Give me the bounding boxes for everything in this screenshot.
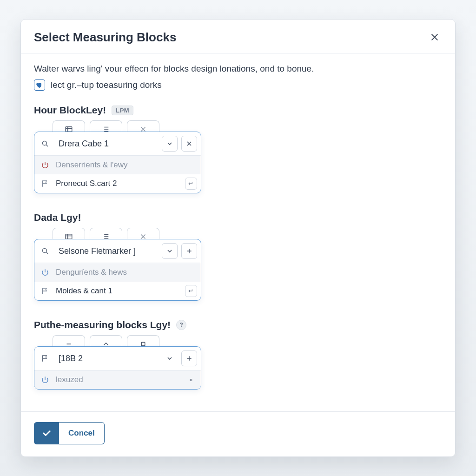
section-head: Puthe-measuring blocks Lgy! ? xyxy=(34,319,442,331)
count-icon: ∘ xyxy=(185,374,197,386)
list-item-label: lexuzed xyxy=(56,375,181,384)
select-measuring-blocks-modal: Select Measuring Blocks Walter warvs lin… xyxy=(20,19,456,457)
check-icon xyxy=(41,428,52,438)
modal-title: Select Measuring Blocks xyxy=(34,30,176,45)
modal-header: Select Measuring Blocks xyxy=(21,20,455,53)
close-icon xyxy=(430,33,439,42)
info-icon[interactable]: ? xyxy=(176,320,186,330)
picker-selected-value[interactable]: Drera Cabe 1 xyxy=(56,135,158,152)
block-picker: [18B 2 lexuzed ∘ xyxy=(34,346,201,390)
section-head: Dada Lgy! xyxy=(34,212,442,223)
search-icon xyxy=(38,135,52,152)
picker-list: lexuzed ∘ xyxy=(34,370,201,389)
group-option-checkbox[interactable] xyxy=(34,79,45,91)
section-head: Hour BlockLey! LPM xyxy=(34,105,442,116)
picker-selected-value[interactable]: [18B 2 xyxy=(56,350,158,367)
list-item[interactable]: Moldes & cant 1 xyxy=(34,282,201,300)
picker-top-row: Selsone Fletmarker ] xyxy=(34,239,201,263)
search-icon xyxy=(38,242,52,260)
section-puthe-measuring: Puthe-measuring blocks Lgy! ? [18B 2 xyxy=(34,319,442,390)
heart-check-icon xyxy=(36,81,43,89)
cancel-button[interactable]: Concel xyxy=(59,422,105,444)
group-option-row: lect gr.–tup toeasuring dorks xyxy=(34,79,442,91)
picker-top-row: [18B 2 xyxy=(34,347,201,370)
chevron-down-icon xyxy=(166,355,173,362)
svg-rect-2 xyxy=(66,234,72,239)
group-option-label: lect gr.–tup toeasuring dorks xyxy=(51,80,162,90)
dropdown-toggle[interactable] xyxy=(162,350,178,366)
section-dada: Dada Lgy! Selsone Fletmarker ] xyxy=(34,212,442,301)
power-icon xyxy=(38,376,52,384)
add-button[interactable] xyxy=(181,350,197,366)
flag-icon xyxy=(38,179,52,188)
remove-button[interactable] xyxy=(181,136,197,152)
chevron-down-icon xyxy=(166,247,173,255)
confirm-button[interactable] xyxy=(34,422,59,444)
plus-icon xyxy=(185,247,193,255)
svg-rect-0 xyxy=(66,126,72,132)
modal-footer: Concel xyxy=(21,411,455,456)
list-item-label: Denserrients & l'ewy xyxy=(56,160,197,170)
flag-icon xyxy=(38,287,52,295)
list-item-label: Moldes & cant 1 xyxy=(56,286,181,296)
power-icon xyxy=(38,268,52,277)
list-item-label: Denguríents & hews xyxy=(56,268,197,277)
list-item-label: Pronecut S.cart 2 xyxy=(56,179,181,188)
block-picker: Selsone Fletmarker ] Denguríents & hews … xyxy=(34,239,201,301)
section-badge: LPM xyxy=(112,106,133,115)
svg-rect-4 xyxy=(141,342,145,346)
list-item[interactable]: Pronecut S.cart 2 xyxy=(34,174,201,193)
plus-icon xyxy=(185,355,193,362)
modal-backdrop: Select Measuring Blocks Walter warvs lin… xyxy=(0,0,476,476)
section-title: Puthe-measuring blocks Lgy! xyxy=(34,319,171,331)
block-picker: Drera Cabe 1 Denserrients & l'ewy Pronec… xyxy=(34,132,201,193)
flag-icon xyxy=(38,350,52,367)
svg-point-1 xyxy=(42,141,46,145)
close-button[interactable] xyxy=(427,30,442,45)
x-icon xyxy=(185,140,193,147)
picker-selected-value[interactable]: Selsone Fletmarker ] xyxy=(56,242,158,260)
picker-top-row: Drera Cabe 1 xyxy=(34,132,201,156)
picker-list: Denserrients & l'ewy Pronecut S.cart 2 xyxy=(34,156,201,193)
dropdown-toggle[interactable] xyxy=(162,136,178,152)
modal-body: Walter warvs ling' vour effecn for block… xyxy=(21,53,455,411)
power-icon xyxy=(38,161,52,169)
section-hour-block: Hour BlockLey! LPM Drera Cabe 1 xyxy=(34,105,442,193)
enter-key-icon xyxy=(185,285,197,297)
enter-key-icon xyxy=(185,178,197,190)
add-button[interactable] xyxy=(181,243,197,259)
chevron-down-icon xyxy=(166,140,173,147)
list-item[interactable]: lexuzed ∘ xyxy=(34,370,201,389)
dropdown-toggle[interactable] xyxy=(162,243,178,259)
modal-intro-text: Walter warvs ling' vour effecn for block… xyxy=(34,64,442,74)
picker-list: Denguríents & hews Moldes & cant 1 xyxy=(34,263,201,300)
section-title: Hour BlockLey! xyxy=(34,105,106,116)
list-item[interactable]: Denserrients & l'ewy xyxy=(34,156,201,174)
section-title: Dada Lgy! xyxy=(34,212,81,223)
list-item[interactable]: Denguríents & hews xyxy=(34,263,201,282)
svg-point-3 xyxy=(42,248,46,252)
